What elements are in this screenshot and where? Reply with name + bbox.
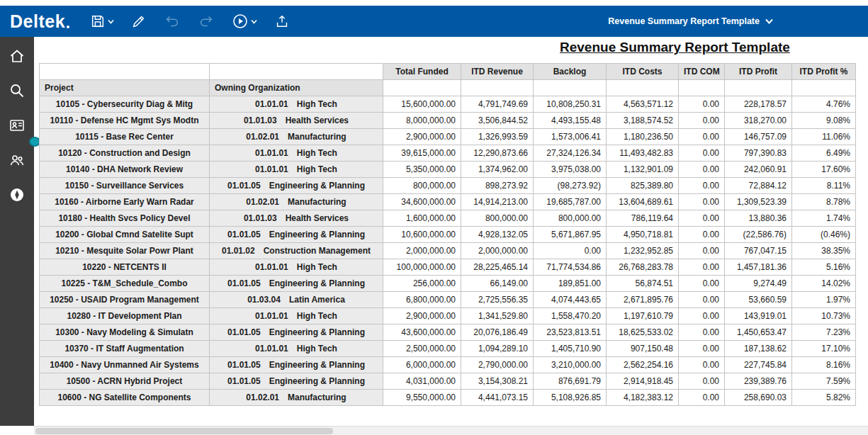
id-badge-icon xyxy=(9,117,26,136)
chevron-down-icon xyxy=(108,19,114,24)
org-code: 01.01.05 xyxy=(227,327,261,337)
metric-cell: 800,000.00 xyxy=(383,178,461,194)
undo-button[interactable] xyxy=(160,11,184,32)
table-row[interactable]: 10180 - Health Svcs Policy Devel 01.01.0… xyxy=(40,210,856,227)
export-button[interactable] xyxy=(271,11,293,32)
metric-cell: 7.59% xyxy=(792,373,856,390)
table-row[interactable]: 10115 - Base Rec Center 01.02.01Manufact… xyxy=(40,129,856,145)
org-code: 01.02.01 xyxy=(246,197,279,207)
column-header-itd-com[interactable]: ITD COM xyxy=(679,64,725,80)
table-row[interactable]: 10105 - Cybersecurity Diag & Mitg 01.01.… xyxy=(40,96,856,113)
column-header-total-funded[interactable]: Total Funded xyxy=(383,64,461,80)
metric-cell: (0.46%) xyxy=(792,227,856,243)
metric-cell: 146,757.09 xyxy=(725,129,792,145)
table-row[interactable]: 10370 - IT Staff Augmentation 01.01.01Hi… xyxy=(40,341,856,357)
org-cell: 01.01.03Health Services xyxy=(210,113,383,129)
metric-cell: 4,928,132.05 xyxy=(461,227,534,243)
org-name: High Tech xyxy=(297,262,337,272)
org-code: 01.01.03 xyxy=(244,115,277,125)
org-code: 01.01.01 xyxy=(255,262,288,272)
table-row[interactable]: 10110 - Defense HC Mgmt Sys Modtn 01.01.… xyxy=(40,113,856,129)
metric-cell: 8.11% xyxy=(792,178,856,194)
metric-cell: 0.00 xyxy=(679,210,725,227)
metric-cell: 14,914,213.00 xyxy=(461,194,534,210)
table-row[interactable]: 10225 - T&M_Schedule_Combo 01.01.05Engin… xyxy=(40,276,856,292)
org-cell: 01.01.05Engineering & Planning xyxy=(210,227,383,243)
sidebar-item-home[interactable] xyxy=(4,45,30,68)
metric-cell: 1,450,653.47 xyxy=(725,324,792,341)
scrollbar-thumb[interactable] xyxy=(35,428,333,434)
metric-cell: 1,132,901.09 xyxy=(607,162,679,178)
metric-cell: 10,600,000.00 xyxy=(383,227,461,243)
column-header-backlog[interactable]: Backlog xyxy=(534,64,607,80)
project-cell: 10300 - Navy Modeling & Simulatn xyxy=(40,324,210,341)
metric-cell: 0.00 xyxy=(679,178,725,194)
run-button[interactable] xyxy=(228,10,261,33)
metric-cell: 11.06% xyxy=(792,129,856,145)
metric-cell: 10.73% xyxy=(792,308,856,324)
metric-cell: 5.82% xyxy=(792,390,856,406)
table-row[interactable]: 10160 - Airborne Early Warn Radar 01.02.… xyxy=(40,194,856,210)
report-template-selector[interactable]: Revenue Summary Report Template xyxy=(604,16,777,27)
column-header-owning-organization[interactable]: Owning Organization xyxy=(210,80,383,96)
metric-cell: 18,625,533.02 xyxy=(607,324,679,341)
horizontal-scrollbar[interactable] xyxy=(34,426,868,435)
metric-cell: 1,600,000.00 xyxy=(383,210,461,227)
table-row[interactable]: 10300 - Navy Modeling & Simulatn 01.01.0… xyxy=(40,324,856,341)
table-row[interactable]: 10600 - NG Satellite Components 01.02.01… xyxy=(40,390,856,406)
metric-cell: 1.74% xyxy=(792,210,856,227)
metric-cell: 239,389.76 xyxy=(725,373,792,390)
metric-cell: 38.35% xyxy=(792,243,856,259)
page-title: Revenue Summary Report Template xyxy=(560,40,790,55)
table-row[interactable]: 10200 - Global Cmnd Satelite Supt 01.01.… xyxy=(40,227,856,243)
org-cell: 01.01.01High Tech xyxy=(210,341,383,357)
metric-cell: 1,573,006.41 xyxy=(534,129,607,145)
metric-cell: 11,493,482.83 xyxy=(607,145,679,162)
edit-button[interactable] xyxy=(128,11,150,32)
table-row[interactable]: 10210 - Mesquite Solar Powr Plant 01.01.… xyxy=(40,243,856,259)
column-header-itd-profit[interactable]: ITD Profit xyxy=(725,64,792,80)
metric-cell: 10,808,250.31 xyxy=(534,96,607,113)
metric-cell: (22,586.76) xyxy=(725,227,792,243)
table-row[interactable]: 10400 - Navy Unmanned Air Systems 01.01.… xyxy=(40,357,856,373)
column-header-itd-costs[interactable]: ITD Costs xyxy=(607,64,679,80)
metric-cell: 1,197,610.79 xyxy=(607,308,679,324)
table-row[interactable]: 10120 - Construction and Design 01.01.01… xyxy=(40,145,856,162)
org-code: 01.01.05 xyxy=(227,376,261,386)
metric-cell: 12,290,873.66 xyxy=(461,145,534,162)
table-row[interactable]: 10280 - IT Development Plan 01.01.01High… xyxy=(40,308,856,324)
metric-cell: 5,108,926.85 xyxy=(534,390,607,406)
brand-dot xyxy=(67,26,69,28)
metric-cell: 3,506,844.52 xyxy=(461,113,534,129)
project-cell: 10160 - Airborne Early Warn Radar xyxy=(40,194,210,210)
metric-cell: 2,671,895.76 xyxy=(607,292,679,308)
table-row[interactable]: 10150 - Surveillance Services 01.01.05En… xyxy=(40,178,856,194)
table-row[interactable]: 10250 - USAID Program Management 01.03.0… xyxy=(40,292,856,308)
metric-cell: 318,270.00 xyxy=(725,113,792,129)
org-cell: 01.01.01High Tech xyxy=(210,259,383,276)
table-row[interactable]: 10500 - ACRN Hybrid Project 01.01.05Engi… xyxy=(40,373,856,390)
org-code: 01.01.01 xyxy=(255,99,288,109)
metric-cell: 1.97% xyxy=(792,292,856,308)
metric-cell: 1,374,962.00 xyxy=(461,162,534,178)
metric-cell: 39,615,000.00 xyxy=(383,145,461,162)
org-code: 01.01.05 xyxy=(227,181,261,191)
table-row[interactable]: 10220 - NETCENTS II 01.01.01High Tech 10… xyxy=(40,259,856,276)
redo-button[interactable] xyxy=(194,11,218,32)
column-header-project[interactable]: Project xyxy=(40,80,210,96)
top-bar: Deltek xyxy=(0,6,868,37)
table-row[interactable]: 10140 - DHA Network Review 01.01.01High … xyxy=(40,162,856,178)
sidebar-item-contacts[interactable] xyxy=(4,115,30,137)
save-button[interactable] xyxy=(86,11,118,32)
sidebar-item-people[interactable] xyxy=(4,149,30,172)
metric-cell: 13,604,689.61 xyxy=(607,194,679,210)
sidebar-item-search[interactable] xyxy=(4,80,30,103)
metric-cell: 1,232,952.85 xyxy=(607,243,679,259)
sidebar-item-navigator[interactable] xyxy=(4,184,30,207)
metric-cell: 27,324,126.34 xyxy=(534,145,607,162)
column-header-itd-revenue[interactable]: ITD Revenue xyxy=(461,64,534,80)
metric-cell: 13,880.36 xyxy=(725,210,792,227)
metric-cell: 0.00 xyxy=(679,162,725,178)
column-header-itd-profit-pct[interactable]: ITD Profit % xyxy=(792,64,856,80)
chevron-down-icon xyxy=(251,19,257,24)
